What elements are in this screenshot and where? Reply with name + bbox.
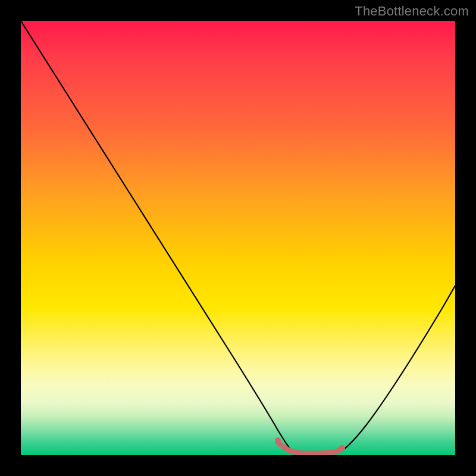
plot-area [21, 21, 455, 455]
watermark-text: TheBottleneck.com [355, 4, 469, 19]
chart-frame: TheBottleneck.com [0, 0, 476, 476]
bottleneck-curve [21, 21, 455, 453]
curve-layer [21, 21, 455, 455]
svg-point-1 [339, 445, 345, 451]
highlight-segment [275, 437, 345, 453]
